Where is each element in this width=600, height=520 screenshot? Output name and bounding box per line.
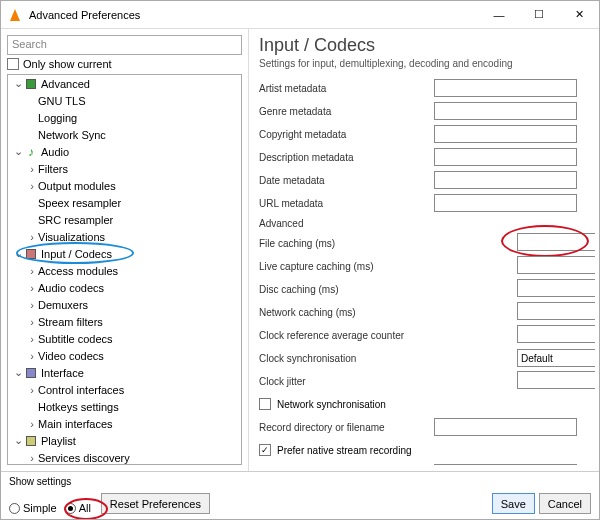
- tree-item[interactable]: SRC resampler: [8, 211, 241, 228]
- field-label: Artist metadata: [259, 83, 434, 94]
- tree-item-label: Audio: [41, 146, 69, 158]
- collapse-icon[interactable]: ⌄: [12, 247, 24, 260]
- setting-row: Network synchronisation: [259, 393, 577, 415]
- spin-input[interactable]: [517, 325, 595, 343]
- tree-item[interactable]: Network Sync: [8, 126, 241, 143]
- tree-item[interactable]: Logging: [8, 109, 241, 126]
- reset-preferences-button[interactable]: Reset Preferences: [101, 493, 210, 514]
- tree-item[interactable]: ›Main interfaces: [8, 415, 241, 432]
- field-label: Clock jitter: [259, 376, 434, 387]
- expand-icon[interactable]: ›: [26, 163, 38, 175]
- setting-checkbox[interactable]: ✓: [259, 444, 271, 456]
- tree-item[interactable]: ›Control interfaces: [8, 381, 241, 398]
- setting-checkbox[interactable]: [259, 398, 271, 410]
- page-title: Input / Codecs: [259, 35, 595, 56]
- spin-input[interactable]: [517, 279, 595, 297]
- tree-item[interactable]: GNU TLS: [8, 92, 241, 109]
- green-icon: [24, 77, 38, 91]
- meta-row: Copyright metadata: [259, 123, 577, 145]
- tree-item[interactable]: ›Filters: [8, 160, 241, 177]
- maximize-button[interactable]: ☐: [519, 1, 559, 28]
- tree-item[interactable]: ›Output modules: [8, 177, 241, 194]
- tree-item[interactable]: ⌄Interface: [8, 364, 241, 381]
- collapse-icon[interactable]: ⌄: [12, 77, 24, 90]
- meta-input[interactable]: [434, 171, 577, 189]
- tree-item[interactable]: ›Demuxers: [8, 296, 241, 313]
- radio-all[interactable]: All: [65, 502, 91, 514]
- tree-item[interactable]: ⌄Playlist: [8, 432, 241, 449]
- tree-item[interactable]: ›Video codecs: [8, 347, 241, 364]
- tree-item[interactable]: ›Subtitle codecs: [8, 330, 241, 347]
- tree-item[interactable]: ⌄Advanced: [8, 75, 241, 92]
- meta-row: Description metadata: [259, 146, 577, 168]
- tree-item[interactable]: ›Stream filters: [8, 313, 241, 330]
- meta-row: Artist metadata: [259, 77, 577, 99]
- tree-item-label: Subtitle codecs: [38, 333, 113, 345]
- tree-item-label: Playlist: [41, 435, 76, 447]
- tree-item[interactable]: ›Visualizations: [8, 228, 241, 245]
- expand-icon[interactable]: ›: [26, 316, 38, 328]
- meta-input[interactable]: [434, 102, 577, 120]
- collapse-icon[interactable]: ⌄: [12, 145, 24, 158]
- spin-input[interactable]: [517, 302, 595, 320]
- search-input[interactable]: Search: [7, 35, 242, 55]
- expand-icon[interactable]: ›: [26, 231, 38, 243]
- field-label: Clock synchronisation: [259, 353, 434, 364]
- save-button[interactable]: Save: [492, 493, 535, 514]
- spin-input[interactable]: [517, 371, 595, 389]
- expand-icon[interactable]: ›: [26, 452, 38, 464]
- expand-icon[interactable]: ›: [26, 282, 38, 294]
- field-label: Live capture caching (ms): [259, 261, 434, 272]
- only-show-current-checkbox[interactable]: [7, 58, 19, 70]
- radio-simple[interactable]: Simple: [9, 502, 57, 514]
- spin-input[interactable]: [517, 256, 595, 274]
- tree-item-label: Logging: [38, 112, 77, 124]
- show-settings-label: Show settings: [9, 476, 71, 487]
- setting-row: File caching (ms)▲▼: [259, 232, 577, 254]
- film-icon: [24, 247, 38, 261]
- setting-row: Disc caching (ms)▲▼: [259, 278, 577, 300]
- tree-item[interactable]: Hotkeys settings: [8, 398, 241, 415]
- tree-item-label: GNU TLS: [38, 95, 85, 107]
- expand-icon[interactable]: ›: [26, 299, 38, 311]
- setting-row: Record directory or filename: [259, 416, 577, 438]
- collapse-icon[interactable]: ⌄: [12, 366, 24, 379]
- sidebar: Search Only show current ⌄AdvancedGNU TL…: [1, 29, 249, 471]
- tree-item[interactable]: ⌄Input / Codecs: [8, 245, 241, 262]
- tree-item[interactable]: ›Services discovery: [8, 449, 241, 465]
- expand-icon[interactable]: ›: [26, 418, 38, 430]
- text-input[interactable]: [434, 418, 577, 436]
- expand-icon[interactable]: ›: [26, 265, 38, 277]
- tree-item[interactable]: Speex resampler: [8, 194, 241, 211]
- cancel-button[interactable]: Cancel: [539, 493, 591, 514]
- page-subtitle: Settings for input, demultiplexing, deco…: [259, 58, 595, 69]
- tree-item-label: Video codecs: [38, 350, 104, 362]
- meta-input[interactable]: [434, 79, 577, 97]
- expand-icon[interactable]: ›: [26, 350, 38, 362]
- collapse-icon[interactable]: ⌄: [12, 434, 24, 447]
- expand-icon[interactable]: ›: [26, 384, 38, 396]
- tree-item-label: Audio codecs: [38, 282, 104, 294]
- field-label: Prefer native stream recording: [277, 445, 412, 456]
- preferences-tree[interactable]: ⌄AdvancedGNU TLSLoggingNetwork Sync⌄♪Aud…: [7, 74, 242, 465]
- field-label: File caching (ms): [259, 238, 434, 249]
- field-label: Disc caching (ms): [259, 284, 434, 295]
- tree-item[interactable]: ›Access modules: [8, 262, 241, 279]
- text-input[interactable]: [434, 464, 577, 465]
- minimize-button[interactable]: —: [479, 1, 519, 28]
- tree-item[interactable]: ›Audio codecs: [8, 279, 241, 296]
- spin-input[interactable]: [517, 233, 595, 251]
- window-title: Advanced Preferences: [29, 9, 479, 21]
- meta-input[interactable]: [434, 148, 577, 166]
- field-label: Network caching (ms): [259, 307, 434, 318]
- meta-input[interactable]: [434, 125, 577, 143]
- tree-item-label: Main interfaces: [38, 418, 113, 430]
- setting-row: Live capture caching (ms)▲▼: [259, 255, 577, 277]
- close-button[interactable]: ✕: [559, 1, 599, 28]
- dropdown[interactable]: [517, 349, 595, 367]
- tree-item[interactable]: ⌄♪Audio: [8, 143, 241, 160]
- expand-icon[interactable]: ›: [26, 180, 38, 192]
- expand-icon[interactable]: ›: [26, 333, 38, 345]
- meta-input[interactable]: [434, 194, 577, 212]
- setting-row: Clock jitter▲▼: [259, 370, 577, 392]
